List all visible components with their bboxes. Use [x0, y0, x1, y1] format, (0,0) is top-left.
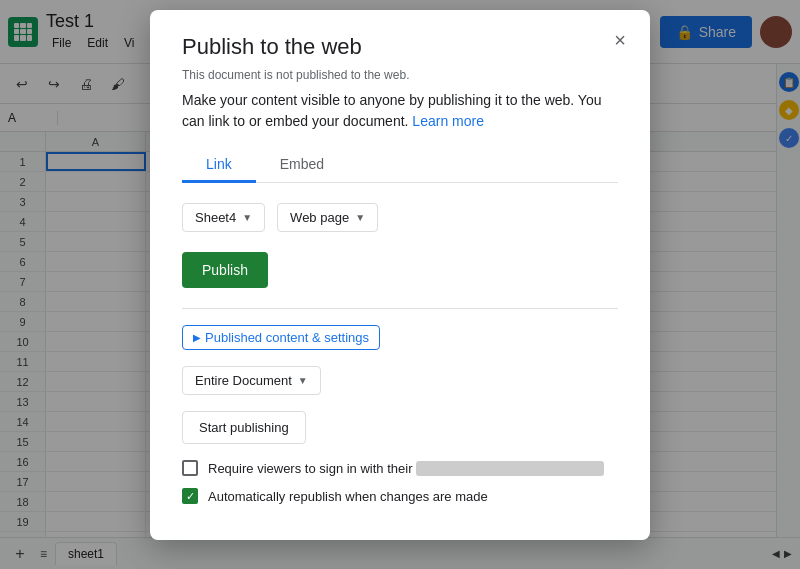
modal-title: Publish to the web — [182, 34, 618, 60]
entire-document-dropdown[interactable]: Entire Document ▼ — [182, 366, 321, 395]
blurred-account-text: ████████████████████ — [416, 461, 604, 476]
modal-divider — [182, 308, 618, 309]
auto-republish-checkbox[interactable]: ✓ — [182, 488, 198, 504]
publish-modal: × Publish to the web This document is no… — [150, 10, 650, 540]
learn-more-link[interactable]: Learn more — [412, 113, 484, 129]
chevron-down-icon: ▼ — [242, 212, 252, 223]
modal-subtitle: This document is not published to the we… — [182, 68, 618, 82]
chevron-down-icon: ▼ — [298, 375, 308, 386]
format-dropdown[interactable]: Web page ▼ — [277, 203, 378, 232]
tab-embed[interactable]: Embed — [256, 148, 348, 183]
format-dropdown-label: Web page — [290, 210, 349, 225]
publish-button[interactable]: Publish — [182, 252, 268, 288]
modal-overlay: × Publish to the web This document is no… — [0, 0, 800, 569]
dropdowns-row: Sheet4 ▼ Web page ▼ — [182, 203, 618, 232]
entire-doc-label: Entire Document — [195, 373, 292, 388]
modal-tabs: Link Embed — [182, 148, 618, 183]
require-signin-checkbox[interactable] — [182, 460, 198, 476]
settings-toggle-label: Published content & settings — [205, 330, 369, 345]
start-publishing-button[interactable]: Start publishing — [182, 411, 306, 444]
sheet-dropdown-label: Sheet4 — [195, 210, 236, 225]
modal-description: Make your content visible to anyone by p… — [182, 90, 618, 132]
require-signin-row: Require viewers to sign in with their ██… — [182, 460, 618, 476]
auto-republish-row: ✓ Automatically republish when changes a… — [182, 488, 618, 504]
chevron-down-icon: ▼ — [355, 212, 365, 223]
modal-close-button[interactable]: × — [606, 26, 634, 54]
chevron-right-icon: ▶ — [193, 332, 201, 343]
sheet-dropdown[interactable]: Sheet4 ▼ — [182, 203, 265, 232]
published-content-settings-toggle[interactable]: ▶ Published content & settings — [182, 325, 380, 350]
checkmark-icon: ✓ — [186, 490, 195, 503]
auto-republish-label: Automatically republish when changes are… — [208, 489, 488, 504]
tab-link[interactable]: Link — [182, 148, 256, 183]
require-signin-label: Require viewers to sign in with their ██… — [208, 461, 604, 476]
